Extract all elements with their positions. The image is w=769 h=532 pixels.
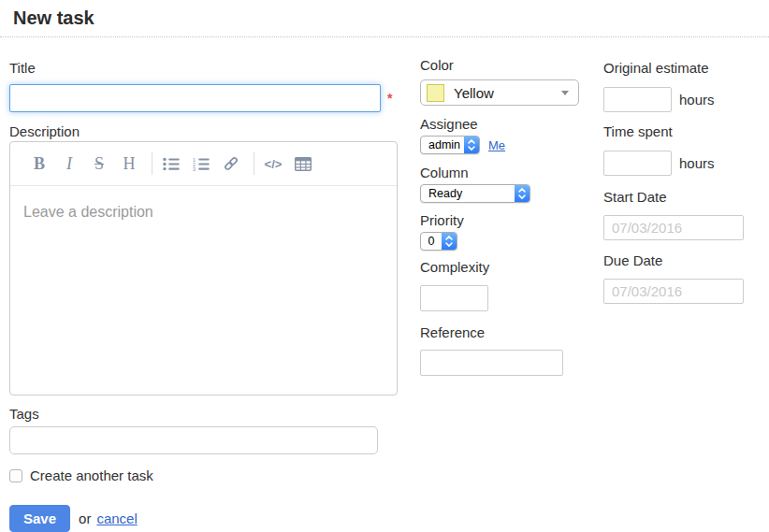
time-spent-input[interactable] [603,151,672,176]
time-spent-label: Time spent [603,124,764,139]
chevron-down-icon [561,91,569,95]
original-estimate-input[interactable] [603,87,672,112]
required-asterisk: * [387,91,392,106]
description-editor[interactable]: B I S H 1 2 3 [9,141,398,395]
column-selected-value: Ready [421,185,515,202]
assign-to-me-link[interactable]: Me [488,138,505,152]
middle-column: Color Yellow Assignee admin Me Column Re… [420,58,594,376]
title-input[interactable] [9,84,381,112]
column-select[interactable]: Ready [420,184,530,203]
strikethrough-icon[interactable]: S [90,152,109,175]
right-column: Original estimate hours Time spent hours… [603,61,764,304]
assignee-select[interactable]: admin [420,136,480,154]
create-another-row: Create another task [9,468,400,483]
start-date-input[interactable] [603,215,744,240]
left-column: Title * Description B I S H [9,61,400,532]
priority-label: Priority [420,213,594,228]
select-stepper-icon [515,185,530,202]
color-select[interactable]: Yellow [420,79,579,106]
original-estimate-label: Original estimate [603,61,764,76]
italic-icon[interactable]: I [60,152,79,175]
due-date-input[interactable] [603,279,744,304]
description-textarea[interactable]: Leave a description [10,186,397,238]
table-icon[interactable] [294,152,312,175]
cancel-link[interactable]: cancel [96,510,137,526]
unordered-list-icon[interactable] [162,152,181,175]
select-stepper-icon [442,233,457,250]
toolbar-separator [254,152,254,175]
create-another-checkbox[interactable] [9,469,22,482]
start-date-label: Start Date [603,190,764,205]
bold-icon[interactable]: B [30,152,49,175]
assignee-row: admin Me [420,136,594,154]
tags-label: Tags [9,407,400,422]
reference-label: Reference [420,325,594,340]
complexity-input[interactable] [420,285,488,311]
complexity-label: Complexity [420,260,594,275]
code-icon[interactable]: </> [264,152,283,175]
color-selected-value: Yellow [454,85,494,101]
description-placeholder: Leave a description [23,204,153,220]
original-estimate-row: hours [603,87,764,112]
original-estimate-suffix: hours [679,92,715,108]
editor-toolbar: B I S H 1 2 3 [10,142,397,186]
due-date-label: Due Date [603,253,764,268]
page-title: New task [13,8,769,27]
time-spent-row: hours [603,151,764,176]
priority-selected-value: 0 [421,233,442,250]
reference-input[interactable] [420,350,563,376]
ordered-list-icon[interactable]: 1 2 3 [192,152,210,175]
toolbar-separator [152,152,152,175]
tags-input[interactable] [9,426,378,454]
select-stepper-icon [464,137,479,153]
color-label: Color [420,58,594,73]
or-text: or [79,510,91,526]
heading-icon[interactable]: H [120,152,138,175]
description-label: Description [9,124,400,139]
link-icon[interactable] [222,152,240,175]
save-button[interactable]: Save [9,505,70,532]
svg-text:3: 3 [193,165,196,170]
column-label: Column [420,165,594,180]
time-spent-suffix: hours [679,155,715,171]
page-header: New task [0,0,769,37]
assignee-selected-value: admin [421,137,464,153]
title-row: * [9,84,400,112]
priority-select[interactable]: 0 [420,232,457,251]
new-task-page: New task Title * Description B I S H [0,0,769,532]
title-label: Title [9,61,400,76]
create-another-label: Create another task [30,468,153,483]
color-swatch-yellow [427,84,444,102]
form-actions: Save or cancel [9,505,400,532]
assignee-label: Assignee [420,117,594,132]
